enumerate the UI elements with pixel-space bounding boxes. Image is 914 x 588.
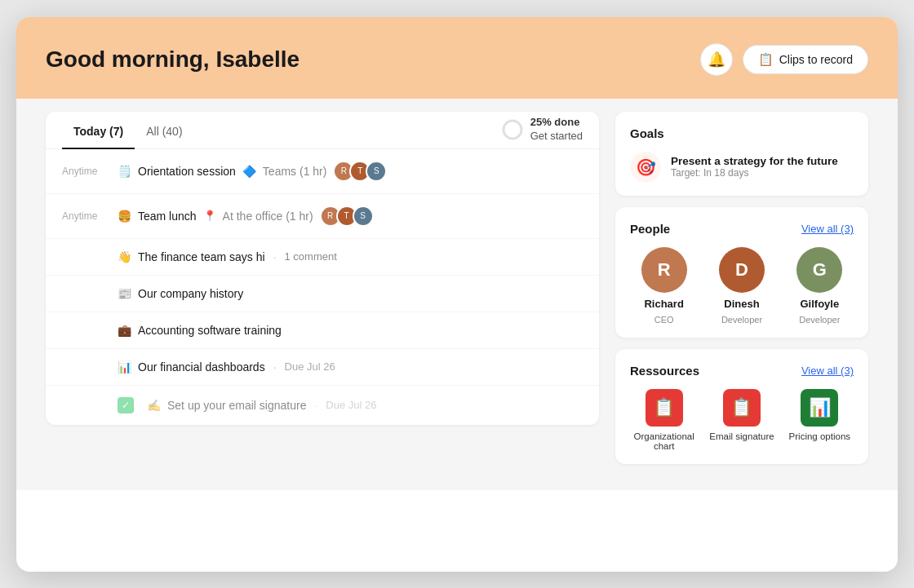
task-title: Team lunch — [138, 210, 197, 223]
task-meta-text: At the office (1 hr) — [223, 210, 313, 223]
progress-text: 25% done Get started — [530, 116, 583, 144]
goals-title: Goals — [630, 126, 664, 140]
resources-view-all[interactable]: View all (3) — [801, 365, 854, 377]
task-title: Our financial dashboards — [138, 360, 265, 374]
person-card[interactable]: D Dinesh Developer — [708, 247, 775, 325]
tabs-bar: Today (7) All (40) 25% done Get started — [46, 112, 599, 149]
task-content: 💼 Accounting software training — [118, 324, 583, 337]
resource-card[interactable]: 📋 Email signature — [708, 389, 775, 451]
task-title: Orientation session — [138, 165, 236, 178]
goal-info: Present a strategy for the future Target… — [671, 155, 838, 179]
resources-header: Ressources View all (3) — [630, 364, 854, 378]
check-icon: ✓ — [118, 397, 134, 413]
clips-label: Clips to record — [779, 53, 853, 66]
right-panel: Goals 🎯 Present a strategy for the futur… — [615, 112, 868, 464]
task-emoji: 📊 — [118, 360, 131, 374]
task-title: Our company history — [138, 287, 243, 300]
task-row[interactable]: 📰 Our company history — [46, 276, 599, 312]
teams-icon: 🔷 — [242, 165, 256, 178]
person-avatar: G — [796, 247, 842, 293]
task-emoji: 🗒️ — [118, 165, 131, 178]
task-content: 🗒️ Orientation session 🔷Teams (1 hr) RTS — [118, 161, 583, 182]
resource-icon: 📊 — [801, 389, 838, 427]
progress-area: 25% done Get started — [501, 116, 583, 144]
task-due: Due Jul 26 — [285, 360, 335, 373]
people-view-all[interactable]: View all (3) — [801, 223, 854, 235]
clips-button[interactable]: 📋 Clips to record — [743, 45, 868, 74]
task-avatars: RTS — [320, 206, 374, 227]
bell-button[interactable]: 🔔 — [700, 43, 733, 76]
task-due: Due Jul 26 — [326, 399, 376, 411]
bell-icon: 🔔 — [708, 51, 725, 69]
task-title: Set up your email signature — [167, 399, 306, 412]
person-role: Developer — [799, 315, 840, 325]
app-window: Good morning, Isabelle 🔔 📋 Clips to reco… — [16, 17, 898, 572]
task-emoji: ✍️ — [147, 399, 161, 412]
main-content: Today (7) All (40) 25% done Get started … — [16, 99, 898, 490]
people-grid: R Richard CEO D Dinesh Developer G Gilfo… — [630, 247, 854, 325]
task-content: 📰 Our company history — [118, 287, 583, 300]
greeting: Good morning, Isabelle — [46, 46, 299, 73]
person-card[interactable]: R Richard CEO — [630, 247, 698, 325]
task-row[interactable]: 📊 Our financial dashboards ·Due Jul 26 — [46, 349, 599, 386]
person-name: Dinesh — [724, 298, 759, 310]
resources-title: Ressources — [630, 364, 699, 378]
task-list: Anytime 🗒️ Orientation session 🔷Teams (1… — [46, 149, 599, 425]
task-title: The finance team says hi — [138, 250, 265, 263]
person-avatar: R — [641, 247, 687, 293]
resource-card[interactable]: 📋 Organizational chart — [630, 389, 698, 451]
task-row[interactable]: Anytime 🗒️ Orientation session 🔷Teams (1… — [46, 149, 599, 194]
progress-sub: Get started — [530, 130, 583, 144]
goal-item: 🎯 Present a strategy for the future Targ… — [630, 152, 854, 183]
progress-percent: 25% done — [530, 116, 583, 130]
task-row[interactable]: 👋 The finance team says hi ·1 comment — [46, 239, 599, 276]
resource-name: Email signature — [709, 431, 774, 441]
svg-point-0 — [504, 121, 521, 139]
task-row[interactable]: 💼 Accounting software training — [46, 312, 599, 349]
task-title: Accounting software training — [138, 324, 282, 337]
header: Good morning, Isabelle 🔔 📋 Clips to reco… — [16, 17, 898, 99]
goals-header: Goals — [630, 126, 854, 140]
location-icon: 📍 — [203, 210, 216, 222]
goal-text: Present a strategy for the future — [671, 155, 838, 167]
task-content: 🍔 Team lunch 📍At the office (1 hr) RTS — [118, 206, 583, 227]
people-title: People — [630, 222, 670, 236]
person-role: CEO — [654, 315, 674, 325]
task-meta-text: Teams (1 hr) — [263, 165, 327, 178]
dot-separator: · — [273, 250, 277, 263]
resources-card: Ressources View all (3) 📋 Organizational… — [615, 349, 868, 464]
goals-card: Goals 🎯 Present a strategy for the futur… — [615, 112, 868, 196]
task-avatar: S — [353, 206, 374, 227]
task-emoji: 🍔 — [118, 210, 131, 223]
header-actions: 🔔 📋 Clips to record — [700, 43, 868, 76]
clip-icon: 📋 — [758, 52, 774, 67]
task-avatars: RTS — [333, 161, 387, 182]
dot-separator: · — [314, 399, 317, 412]
goal-icon: 🎯 — [630, 152, 661, 183]
left-panel: Today (7) All (40) 25% done Get started … — [46, 112, 599, 425]
resources-grid: 📋 Organizational chart 📋 Email signature… — [630, 389, 854, 451]
goal-sub: Target: In 18 days — [671, 167, 838, 179]
tab-all[interactable]: All (40) — [135, 112, 193, 149]
task-emoji: 💼 — [118, 324, 131, 337]
tab-today[interactable]: Today (7) — [62, 112, 135, 149]
people-header: People View all (3) — [630, 222, 854, 236]
person-name: Gilfoyle — [800, 298, 839, 310]
person-name: Richard — [644, 298, 683, 310]
task-content: 📊 Our financial dashboards ·Due Jul 26 — [118, 360, 583, 374]
task-time: Anytime — [62, 166, 104, 177]
task-emoji: 👋 — [118, 250, 131, 263]
task-emoji: 📰 — [118, 287, 131, 300]
resource-icon: 📋 — [646, 389, 683, 427]
task-avatar: S — [366, 161, 387, 182]
resource-card[interactable]: 📊 Pricing options — [786, 389, 854, 451]
task-comment: 1 comment — [285, 250, 337, 263]
task-row[interactable]: ✓ ✍️ Set up your email signature ·Due Ju… — [46, 386, 599, 425]
task-time: Anytime — [62, 210, 104, 222]
dot-separator: · — [273, 360, 277, 374]
resource-name: Pricing options — [789, 431, 850, 441]
person-card[interactable]: G Gilfoyle Developer — [786, 247, 854, 325]
resource-name: Organizational chart — [630, 431, 698, 451]
task-row[interactable]: Anytime 🍔 Team lunch 📍At the office (1 h… — [46, 194, 599, 239]
task-content: 👋 The finance team says hi ·1 comment — [118, 250, 583, 263]
